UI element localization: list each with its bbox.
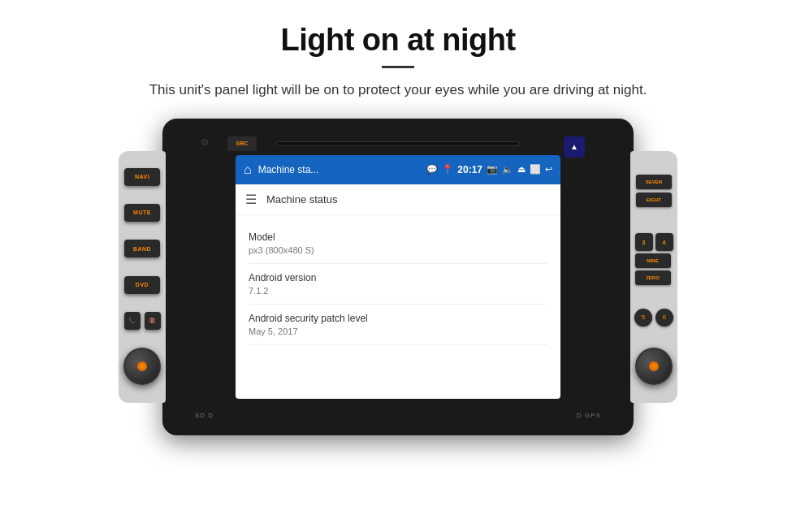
android-version-label: Android version bbox=[249, 272, 547, 283]
android-version-value: 7.1.2 bbox=[249, 286, 547, 296]
led-indicator bbox=[201, 139, 208, 145]
camera-icon: 📷 bbox=[487, 164, 498, 175]
status-icons: 💬 📍 20:17 📷 🔈 ⏏ ⬜ ↩ bbox=[426, 164, 552, 175]
android-app: ☰ Machine status Model px3 (800x480 S) A… bbox=[236, 184, 560, 399]
location-icon: 📍 bbox=[442, 164, 453, 175]
page-subtitle: This unit's panel light will be on to pr… bbox=[49, 80, 747, 101]
right-panel-top: SEVEN EIGHT bbox=[633, 168, 675, 214]
head-unit: SRC ▲ ⌂ Machine sta... 💬 📍 20:17 📷 🔈 ⏏ ⬜… bbox=[162, 119, 634, 435]
six-button[interactable]: 6 bbox=[655, 309, 673, 327]
bottom-left-label: SD D bbox=[195, 412, 214, 419]
title-divider bbox=[382, 66, 414, 68]
nine-button[interactable]: NINE bbox=[635, 253, 671, 268]
model-value: px3 (800x480 S) bbox=[249, 245, 547, 255]
model-row: Model px3 (800x480 S) bbox=[249, 223, 547, 264]
security-patch-row: Android security patch level May 5, 2017 bbox=[249, 305, 547, 345]
mute-button[interactable]: MUTE bbox=[124, 204, 160, 222]
zero-button[interactable]: ZERO bbox=[635, 270, 671, 285]
eight-button[interactable]: EIGHT bbox=[636, 192, 672, 207]
head-unit-wrapper: NAVI MUTE BAND DVD 📞 📵 SRC ▲ ⌂ Machine s… bbox=[119, 119, 677, 435]
five-button[interactable]: 5 bbox=[634, 309, 652, 327]
right-knob[interactable] bbox=[635, 348, 673, 385]
src-button[interactable]: SRC bbox=[227, 136, 257, 151]
call-button[interactable]: 📞 bbox=[124, 312, 141, 330]
security-patch-label: Android security patch level bbox=[249, 313, 547, 324]
volume-icon: 🔈 bbox=[502, 164, 513, 175]
band-button[interactable]: BAND bbox=[124, 240, 160, 257]
toolbar-title: Machine status bbox=[266, 193, 337, 205]
bottom-right-label: D GPS bbox=[577, 412, 601, 419]
status-app-name: Machine sta... bbox=[258, 164, 421, 175]
seven-button[interactable]: SEVEN bbox=[636, 175, 672, 189]
home-icon[interactable]: ⌂ bbox=[244, 162, 252, 177]
bottom-labels: SD D D GPS bbox=[162, 412, 634, 419]
right-panel-circles: 5 6 bbox=[631, 305, 677, 330]
page-title: Light on at night bbox=[49, 23, 747, 58]
triangle-button[interactable]: ▲ bbox=[564, 136, 585, 158]
dvd-button[interactable]: DVD bbox=[124, 276, 160, 294]
right-panel-nums: 3 4 NINE ZERO bbox=[632, 231, 677, 287]
end-call-button[interactable]: 📵 bbox=[145, 312, 161, 330]
navi-button[interactable]: NAVI bbox=[124, 168, 160, 186]
security-patch-value: May 5, 2017 bbox=[249, 327, 547, 336]
menu-icon[interactable]: ☰ bbox=[245, 192, 257, 207]
screen-icon: ⬜ bbox=[530, 164, 541, 175]
left-side-panel: NAVI MUTE BAND DVD 📞 📵 bbox=[119, 151, 166, 403]
cd-slot bbox=[276, 141, 520, 146]
status-time: 20:17 bbox=[457, 164, 482, 175]
right-side-panel: SEVEN EIGHT 3 4 NINE ZERO 5 6 bbox=[630, 151, 677, 403]
android-version-row: Android version 7.1.2 bbox=[249, 264, 547, 305]
app-content: Model px3 (800x480 S) Android version 7.… bbox=[236, 215, 560, 353]
three-button[interactable]: 3 bbox=[635, 233, 653, 251]
eject-icon: ⏏ bbox=[517, 164, 526, 175]
four-button[interactable]: 4 bbox=[655, 233, 673, 251]
message-icon: 💬 bbox=[426, 164, 438, 175]
app-toolbar: ☰ Machine status bbox=[236, 184, 560, 215]
page-header: Light on at night This unit's panel ligh… bbox=[0, 0, 796, 110]
back-icon[interactable]: ↩ bbox=[545, 164, 552, 175]
left-knob[interactable] bbox=[123, 348, 161, 385]
screen: ⌂ Machine sta... 💬 📍 20:17 📷 🔈 ⏏ ⬜ ↩ ☰ bbox=[236, 155, 560, 399]
model-label: Model bbox=[249, 231, 547, 243]
android-status-bar: ⌂ Machine sta... 💬 📍 20:17 📷 🔈 ⏏ ⬜ ↩ bbox=[236, 155, 560, 184]
